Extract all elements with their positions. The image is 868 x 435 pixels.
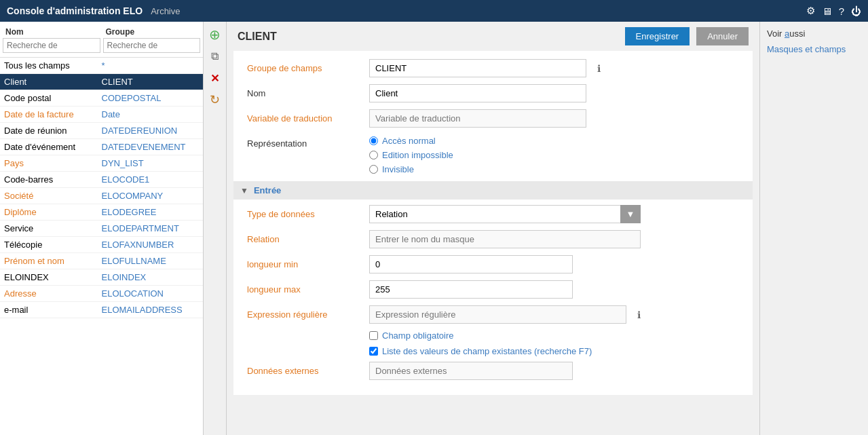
list-item[interactable]: AdresseELOLOCATION bbox=[0, 286, 203, 302]
entree-section-header[interactable]: ▼ Entrée bbox=[233, 181, 753, 200]
logout-icon[interactable]: ⏻ bbox=[851, 5, 861, 17]
field-list: Tous les champs*ClientCLIENTCode postalC… bbox=[0, 58, 203, 435]
list-item[interactable]: Tous les champs* bbox=[0, 58, 203, 74]
list-item[interactable]: Date d'événementDATEDEVENEMENT bbox=[0, 139, 203, 155]
radio-acces-normal-input[interactable] bbox=[369, 136, 378, 145]
list-item[interactable]: Date de la factureDate bbox=[0, 107, 203, 123]
toolbar-strip: ⊕ ⧉ ✕ ↻ bbox=[204, 22, 227, 435]
type-label: Type de données bbox=[247, 205, 369, 219]
list-item-nom: Client bbox=[4, 77, 102, 87]
list-item-nom: Date de réunion bbox=[4, 126, 102, 136]
list-item-groupe: ELODEPARTMENT bbox=[102, 223, 200, 233]
help-icon[interactable]: ? bbox=[839, 5, 844, 17]
list-item-groupe: * bbox=[102, 60, 200, 71]
delete-button[interactable]: ✕ bbox=[206, 69, 224, 87]
radio-invisible-input[interactable] bbox=[369, 165, 378, 174]
radio-invisible-label: Invisible bbox=[382, 164, 414, 174]
longueur-min-label: longueur min bbox=[247, 255, 369, 269]
cancel-button[interactable]: Annuler bbox=[696, 27, 749, 45]
donnees-row: Données externes bbox=[247, 362, 739, 380]
variable-input[interactable] bbox=[369, 109, 586, 128]
liste-valeurs-row: Liste des valeurs de champ existantes (r… bbox=[247, 346, 739, 356]
champ-obligatoire-label: Champ obligatoire bbox=[382, 330, 454, 341]
info-icon-expression: ℹ bbox=[637, 309, 641, 320]
list-item-groupe: DYN_LIST bbox=[102, 158, 200, 168]
list-item-nom: Tous les champs bbox=[4, 60, 102, 71]
nom-label: Nom bbox=[247, 84, 369, 98]
radio-acces-normal-label: Accès normal bbox=[382, 136, 436, 146]
info-icon-groupe: ℹ bbox=[597, 63, 601, 74]
list-item[interactable]: ELOINDEXELOINDEX bbox=[0, 269, 203, 286]
groupe-de-champs-label: Groupe de champs bbox=[247, 59, 369, 73]
add-button[interactable]: ⊕ bbox=[206, 26, 224, 43]
list-item[interactable]: ClientCLIENT bbox=[0, 74, 203, 90]
list-item-groupe: ELOFAXNUMBER bbox=[102, 240, 200, 250]
list-item[interactable]: e-mailELOMAILADDRESS bbox=[0, 302, 203, 318]
list-item[interactable]: Date de réunionDATEDEREUNION bbox=[0, 123, 203, 139]
radio-invisible: Invisible bbox=[369, 164, 453, 174]
groupe-de-champs-row: Groupe de champs ℹ bbox=[247, 59, 739, 77]
app-title: Console d'administration ELO bbox=[7, 5, 143, 16]
list-item-groupe: CODEPOSTAL bbox=[102, 93, 200, 103]
search-nom-input[interactable] bbox=[3, 38, 100, 53]
relation-row: Relation bbox=[247, 230, 739, 248]
main-form: Groupe de champs ℹ Nom Variable de tradu… bbox=[233, 51, 753, 395]
longueur-min-input[interactable] bbox=[369, 255, 573, 273]
list-item-groupe: ELOINDEX bbox=[102, 272, 200, 282]
entree-section-title: Entrée bbox=[254, 185, 281, 195]
form-title: CLIENT bbox=[238, 31, 618, 43]
copy-button[interactable]: ⧉ bbox=[206, 48, 224, 65]
save-button[interactable]: Enregistrer bbox=[625, 27, 690, 45]
right-panel: Voir aussi Masques et champs bbox=[759, 22, 868, 435]
list-item[interactable]: SociétéELOCOMPANY bbox=[0, 188, 203, 204]
longueur-max-label: longueur max bbox=[247, 280, 369, 295]
list-item-nom: e-mail bbox=[4, 305, 102, 315]
nom-input[interactable] bbox=[369, 84, 586, 102]
list-item-groupe: ELODEGREE bbox=[102, 207, 200, 217]
champ-obligatoire-row: Champ obligatoire bbox=[247, 330, 739, 341]
radio-edition-impossible-input[interactable] bbox=[369, 151, 378, 159]
liste-valeurs-checkbox[interactable] bbox=[369, 347, 378, 356]
settings-icon[interactable]: ⚙ bbox=[806, 5, 815, 17]
list-item-nom: Diplôme bbox=[4, 207, 102, 217]
expression-label: Expression régulière bbox=[247, 305, 369, 320]
donnees-input[interactable] bbox=[369, 362, 573, 380]
list-item-nom: Prénom et nom bbox=[4, 256, 102, 266]
left-panel: Nom Groupe Tous les champs*ClientCLIENTC… bbox=[0, 22, 204, 435]
longueur-min-row: longueur min bbox=[247, 255, 739, 273]
list-item[interactable]: Code postalCODEPOSTAL bbox=[0, 90, 203, 107]
refresh-button[interactable]: ↻ bbox=[206, 91, 224, 109]
radio-acces-normal: Accès normal bbox=[369, 136, 453, 146]
left-header: Nom Groupe bbox=[0, 22, 203, 58]
search-groupe-input[interactable] bbox=[103, 38, 201, 53]
list-item-nom: Date d'événement bbox=[4, 142, 102, 152]
list-item[interactable]: Code-barresELOCODE1 bbox=[0, 172, 203, 188]
list-item[interactable]: TélécopieELOFAXNUMBER bbox=[0, 237, 203, 253]
list-item[interactable]: DiplômeELODEGREE bbox=[0, 204, 203, 221]
longueur-max-input[interactable] bbox=[369, 280, 573, 299]
champ-obligatoire-checkbox[interactable] bbox=[369, 331, 378, 340]
list-item[interactable]: PaysDYN_LIST bbox=[0, 155, 203, 172]
list-item-nom: ELOINDEX bbox=[4, 272, 102, 282]
masques-et-champs-link[interactable]: Masques et champs bbox=[767, 44, 846, 54]
list-item[interactable]: ServiceELODEPARTMENT bbox=[0, 221, 203, 237]
type-select[interactable]: Relation Texte Nombre Date bbox=[369, 205, 641, 223]
app-subtitle: Archive bbox=[151, 6, 180, 16]
representation-radio-group: Accès normal Edition impossible Invisibl… bbox=[369, 134, 453, 174]
nom-row: Nom bbox=[247, 84, 739, 102]
relation-input[interactable] bbox=[369, 230, 641, 248]
col-groupe-label: Groupe bbox=[103, 26, 201, 38]
screen-icon[interactable]: 🖥 bbox=[822, 5, 832, 17]
list-item-groupe: DATEDEREUNION bbox=[102, 126, 200, 136]
list-item[interactable]: Prénom et nomELOFULLNAME bbox=[0, 253, 203, 269]
list-item-groupe: DATEDEVENEMENT bbox=[102, 142, 200, 152]
radio-edition-impossible: Edition impossible bbox=[369, 150, 453, 160]
list-item-groupe: Date bbox=[102, 109, 200, 119]
expression-input[interactable] bbox=[369, 305, 626, 324]
groupe-de-champs-input[interactable] bbox=[369, 59, 586, 77]
list-item-nom: Service bbox=[4, 223, 102, 233]
list-item-nom: Adresse bbox=[4, 288, 102, 299]
list-item-groupe: ELOMAILADDRESS bbox=[102, 305, 200, 315]
variable-label: Variable de traduction bbox=[247, 109, 369, 124]
list-item-nom: Pays bbox=[4, 158, 102, 168]
